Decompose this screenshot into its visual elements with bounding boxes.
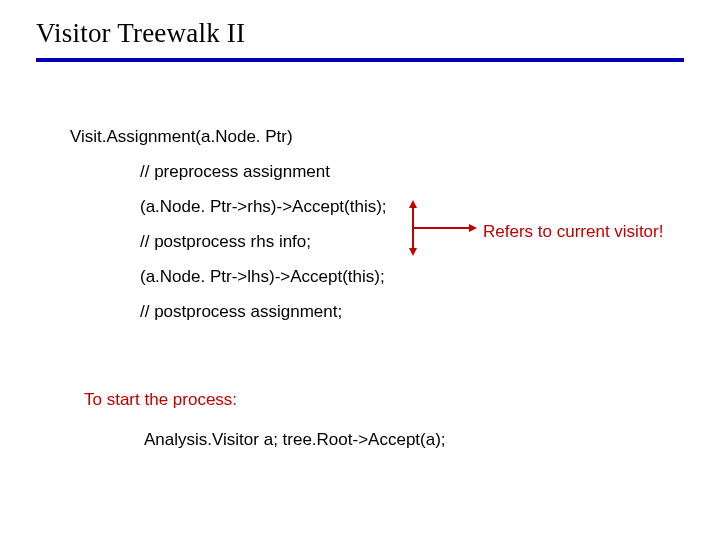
code-line-postprocess-rhs-comment: // postprocess rhs info; — [70, 233, 387, 250]
title-rule — [36, 58, 684, 62]
slide: Visitor Treewalk II Visit.Assignment(a.N… — [0, 0, 720, 540]
start-label: To start the process: — [84, 390, 446, 410]
code-block: Visit.Assignment(a.Node. Ptr) // preproc… — [70, 128, 387, 338]
annotation-text: Refers to current visitor! — [483, 222, 663, 242]
start-code: Analysis.Visitor a; tree.Root->Accept(a)… — [84, 430, 446, 450]
code-line-preprocess-comment: // preprocess assignment — [70, 163, 387, 180]
code-line-lhs-accept: (a.Node. Ptr->lhs)->Accept(this); — [70, 268, 387, 285]
code-line-signature: Visit.Assignment(a.Node. Ptr) — [70, 128, 387, 145]
svg-marker-2 — [409, 200, 417, 208]
svg-marker-4 — [469, 224, 477, 232]
annotation-arrow-icon — [405, 198, 477, 258]
code-line-postprocess-comment: // postprocess assignment; — [70, 303, 387, 320]
page-title: Visitor Treewalk II — [36, 18, 245, 49]
code-line-rhs-accept: (a.Node. Ptr->rhs)->Accept(this); — [70, 198, 387, 215]
start-block: To start the process: Analysis.Visitor a… — [84, 390, 446, 450]
svg-marker-3 — [409, 248, 417, 256]
